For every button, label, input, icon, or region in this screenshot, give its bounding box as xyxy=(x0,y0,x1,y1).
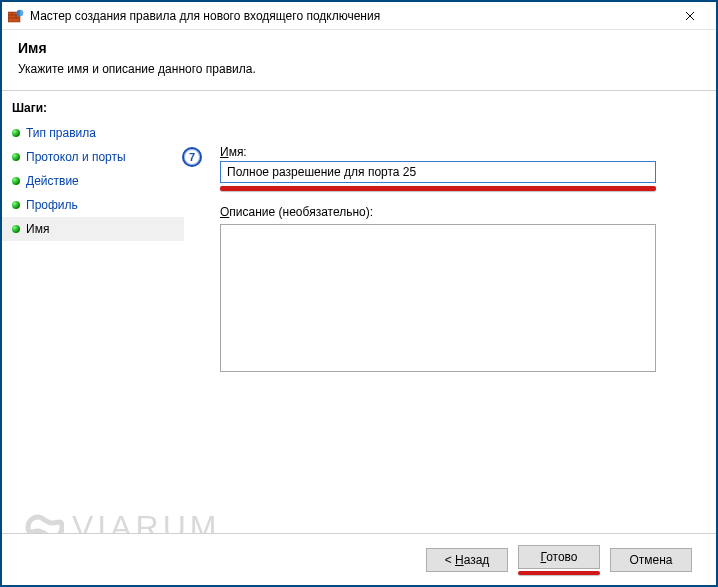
step-profile[interactable]: Профиль xyxy=(2,193,184,217)
step-link[interactable]: Протокол и порты xyxy=(26,150,126,164)
bullet-icon xyxy=(12,153,20,161)
step-rule-type[interactable]: Тип правила xyxy=(2,121,184,145)
finish-button[interactable]: Готово xyxy=(518,545,600,569)
page-subtitle: Укажите имя и описание данного правила. xyxy=(18,62,700,76)
firewall-icon xyxy=(8,8,24,24)
step-link[interactable]: Действие xyxy=(26,174,79,188)
bullet-icon xyxy=(12,225,20,233)
step-name: Имя xyxy=(2,217,184,241)
name-input[interactable] xyxy=(220,161,656,183)
annotation-underline xyxy=(518,571,600,575)
annotation-underline xyxy=(220,186,656,191)
wizard-body: Шаги: Тип правила Протокол и порты Дейст… xyxy=(2,91,716,585)
step-action[interactable]: Действие xyxy=(2,169,184,193)
wizard-footer: < Назад Готово Отмена xyxy=(2,533,716,585)
main-pane: 7 Имя: Описание (необязательно): xyxy=(184,91,716,585)
bullet-icon xyxy=(12,201,20,209)
description-label: Описание (необязательно): xyxy=(220,205,680,219)
wizard-window: Мастер создания правила для нового входя… xyxy=(0,0,718,587)
step-link: Имя xyxy=(26,222,49,236)
step-link[interactable]: Профиль xyxy=(26,198,78,212)
step-link[interactable]: Тип правила xyxy=(26,126,96,140)
annotation-badge-7: 7 xyxy=(182,147,202,167)
back-button[interactable]: < Назад xyxy=(426,548,508,572)
description-textarea[interactable] xyxy=(220,224,656,372)
form-block: Имя: Описание (необязательно): xyxy=(220,145,680,375)
bullet-icon xyxy=(12,129,20,137)
cancel-button[interactable]: Отмена xyxy=(610,548,692,572)
title-bar: Мастер создания правила для нового входя… xyxy=(2,2,716,30)
page-title: Имя xyxy=(18,40,700,56)
close-button[interactable] xyxy=(670,4,710,28)
name-label: Имя: xyxy=(220,145,680,159)
wizard-header: Имя Укажите имя и описание данного прави… xyxy=(2,30,716,91)
steps-heading: Шаги: xyxy=(2,97,184,121)
step-protocol-ports[interactable]: Протокол и порты xyxy=(2,145,184,169)
bullet-icon xyxy=(12,177,20,185)
window-title: Мастер создания правила для нового входя… xyxy=(30,9,670,23)
steps-sidebar: Шаги: Тип правила Протокол и порты Дейст… xyxy=(2,91,184,585)
